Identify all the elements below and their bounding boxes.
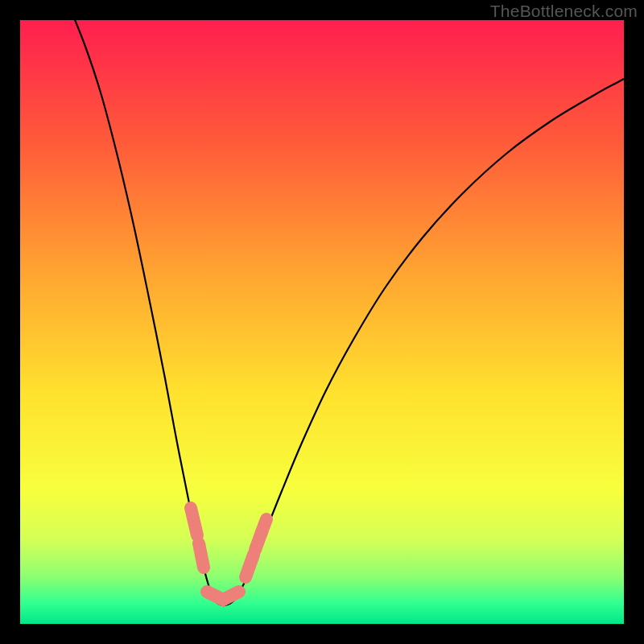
- chart-frame: TheBottleneck.com: [0, 0, 644, 644]
- trough-markers: [191, 508, 266, 600]
- watermark-text: TheBottleneck.com: [490, 2, 638, 21]
- bottleneck-curve: [68, 20, 624, 605]
- plot-area: [20, 20, 624, 624]
- trough-marker: [199, 543, 204, 568]
- trough-marker: [191, 508, 197, 535]
- trough-marker: [223, 592, 239, 600]
- trough-marker: [246, 555, 254, 577]
- curve-layer: [20, 20, 624, 624]
- trough-marker: [262, 519, 266, 532]
